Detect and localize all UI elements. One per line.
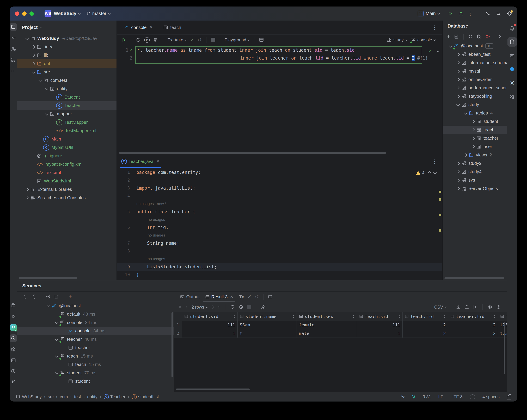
tree-item-testmapper-xml[interactable]: </> TestMapper.xml bbox=[17, 126, 117, 135]
tree-item-out[interactable]: out bbox=[17, 59, 117, 68]
cell[interactable]: 2 bbox=[403, 329, 448, 337]
refresh-button[interactable] bbox=[468, 34, 473, 39]
collapse-all-button[interactable] bbox=[31, 294, 36, 299]
cell[interactable]: 2 bbox=[448, 329, 498, 337]
tree-item-mapper[interactable]: mapper bbox=[17, 110, 117, 118]
db-item-localhost[interactable]: @localhost 10 bbox=[443, 42, 507, 50]
tree-item-testmapper[interactable]: I TestMapper bbox=[17, 118, 117, 126]
warning-stripe-mark[interactable] bbox=[439, 198, 441, 201]
tree-item-lib[interactable]: lib bbox=[17, 51, 117, 59]
cell[interactable]: t23 bbox=[498, 329, 507, 337]
svc-item-student-session[interactable]: student70 ms bbox=[17, 369, 174, 377]
run-configuration-selector[interactable]: Main bbox=[418, 10, 441, 16]
query-history-button[interactable] bbox=[238, 304, 243, 310]
view-options-button[interactable] bbox=[487, 304, 492, 310]
cell[interactable]: 111 bbox=[357, 321, 403, 329]
close-window-button[interactable] bbox=[15, 11, 19, 16]
db-item-user-table[interactable]: user bbox=[443, 142, 507, 151]
svc-item-teach-session[interactable]: teach15 ms bbox=[17, 352, 174, 360]
db-item-onlineorder[interactable]: onlineOrder bbox=[443, 75, 507, 84]
schema-selector[interactable]: study bbox=[386, 37, 407, 42]
tab-result-3[interactable]: Result 3 ✕ bbox=[202, 292, 236, 302]
next-problem-icon[interactable] bbox=[433, 171, 437, 174]
pull-requests-tool-button[interactable] bbox=[10, 45, 17, 53]
problems-tool-button[interactable] bbox=[10, 367, 17, 375]
cell[interactable]: 2 bbox=[403, 321, 448, 329]
new-datasource-button[interactable]: + bbox=[447, 33, 450, 40]
grid-vertical-scrollbar[interactable] bbox=[504, 322, 505, 374]
structure-tool-button[interactable] bbox=[10, 56, 17, 64]
ai-plugin-tool-button[interactable]: ✓ bbox=[10, 324, 17, 331]
readonly-toggle[interactable] bbox=[507, 394, 511, 399]
code-with-me-button[interactable] bbox=[485, 11, 490, 16]
datasource-properties-button[interactable] bbox=[454, 34, 459, 39]
breadcrumb-entity[interactable]: entity bbox=[87, 394, 98, 399]
svc-item-localhost[interactable]: @localhost bbox=[17, 302, 174, 310]
openai-status-icon[interactable]: ✳ bbox=[401, 394, 405, 400]
more-actions-button[interactable]: ⋮ bbox=[468, 10, 473, 17]
column-header[interactable]: teach.tid bbox=[403, 312, 448, 321]
db-item-views[interactable]: views2 bbox=[443, 151, 507, 159]
tree-item-webstudy-iml[interactable]: WebStudy.iml bbox=[17, 177, 117, 185]
version-control-tool-button[interactable] bbox=[10, 378, 17, 386]
column-header[interactable]: student.name bbox=[238, 312, 297, 321]
import-data-button[interactable] bbox=[464, 304, 469, 310]
project-panel-header[interactable]: Project bbox=[17, 21, 117, 34]
cell[interactable]: 111 bbox=[182, 321, 238, 329]
svc-item-teacher-table[interactable]: teacher bbox=[17, 344, 174, 352]
tree-item-scratches[interactable]: Scratches and Consoles bbox=[17, 194, 117, 202]
prev-problem-icon[interactable] bbox=[428, 171, 431, 175]
breadcrumb-src[interactable]: src bbox=[48, 394, 54, 399]
close-icon[interactable]: ✕ bbox=[149, 25, 153, 30]
grid-horizontal-scrollbar[interactable] bbox=[176, 388, 250, 390]
database-horizontal-scrollbar[interactable] bbox=[444, 277, 504, 279]
close-icon[interactable]: ✕ bbox=[156, 159, 160, 164]
db-item-student-table[interactable]: student bbox=[443, 117, 507, 126]
tab-console[interactable]: console ✕ bbox=[120, 21, 157, 34]
services-vertical-scrollbar[interactable] bbox=[172, 312, 173, 377]
sql-console-editor[interactable]: 1✓ 2 *, teacher.name as tname from stude… bbox=[117, 45, 442, 155]
rollback-tx-button[interactable]: ↺ bbox=[198, 37, 201, 43]
playground-mode-selector[interactable]: Playground bbox=[225, 37, 250, 42]
open-in-new-tab-button[interactable] bbox=[54, 294, 59, 299]
cell[interactable]: 1 bbox=[357, 329, 403, 337]
openai-plugin-tool-button[interactable]: ✳ bbox=[507, 78, 517, 88]
next-page-button[interactable] bbox=[211, 306, 213, 308]
group-by-button[interactable] bbox=[45, 294, 51, 299]
build-tool-button[interactable] bbox=[10, 345, 17, 353]
services-tool-button[interactable] bbox=[10, 335, 17, 342]
expand-all-button[interactable] bbox=[23, 294, 28, 299]
tree-item-main[interactable]: C Main bbox=[17, 135, 117, 143]
warning-stripe-mark[interactable] bbox=[439, 229, 441, 231]
tree-item-gitignore[interactable]: .gitignore bbox=[17, 152, 117, 160]
cell[interactable]: male bbox=[297, 329, 357, 337]
previous-page-button[interactable] bbox=[186, 306, 188, 308]
collab-chat-tool-button[interactable] bbox=[507, 92, 517, 101]
db-item-study4[interactable]: study4 bbox=[443, 168, 507, 176]
terminal-tool-button[interactable] bbox=[10, 356, 17, 364]
branch-switcher[interactable]: master bbox=[86, 11, 112, 16]
add-service-button[interactable]: + bbox=[68, 293, 72, 300]
last-page-button[interactable] bbox=[217, 306, 220, 308]
run-tool-button[interactable] bbox=[10, 313, 17, 320]
db-item-mysql[interactable]: mysql bbox=[443, 67, 507, 75]
indent-selector[interactable]: 4 spaces bbox=[483, 394, 500, 399]
db-item-sys[interactable]: sys bbox=[443, 176, 507, 184]
split-view-button[interactable] bbox=[268, 294, 272, 299]
stop-button[interactable] bbox=[211, 38, 215, 42]
svc-item-teach-table[interactable]: teach15 ms bbox=[17, 360, 174, 369]
editor-tab-options-button[interactable]: ⋮ bbox=[432, 24, 437, 31]
project-horizontal-scrollbar[interactable] bbox=[19, 277, 77, 279]
column-header[interactable]: teacher.tid bbox=[448, 312, 498, 321]
more-toolbar-icon[interactable] bbox=[497, 35, 501, 38]
commit-button[interactable]: ✓ bbox=[248, 294, 252, 300]
zoom-window-button[interactable] bbox=[30, 11, 34, 16]
cell[interactable]: t bbox=[238, 329, 297, 337]
inlay-hint[interactable]: no usages bbox=[134, 233, 165, 238]
svc-item-teacher-session[interactable]: teacher40 ms bbox=[17, 335, 174, 344]
svc-item-default[interactable]: default43 ms bbox=[17, 310, 174, 318]
caret-position[interactable]: 9:31 bbox=[423, 394, 431, 399]
breadcrumb-test[interactable]: test bbox=[74, 394, 81, 399]
stop-query-button[interactable] bbox=[247, 305, 251, 309]
ai-assistant-tool-button[interactable] bbox=[507, 51, 517, 60]
